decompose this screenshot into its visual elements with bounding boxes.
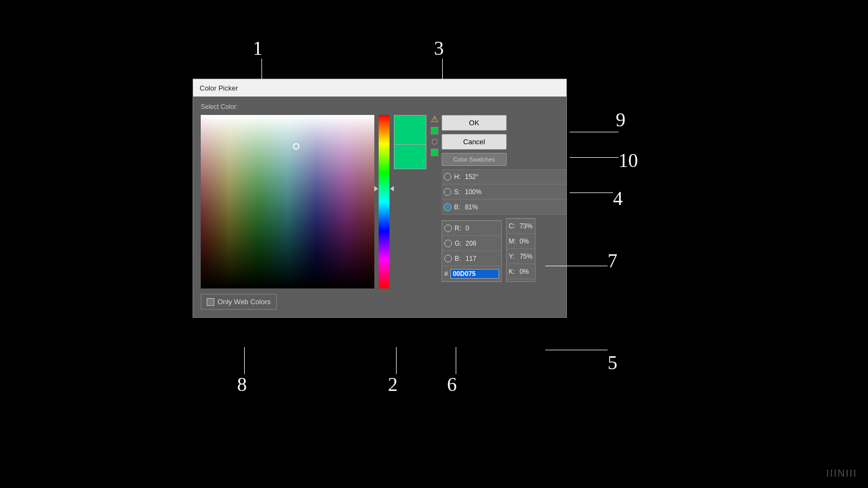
cyan-label: C: bbox=[509, 222, 520, 230]
green-radio[interactable] bbox=[444, 240, 452, 247]
cancel-button[interactable]: Cancel bbox=[442, 134, 507, 150]
hex-label: # bbox=[444, 270, 448, 278]
annotation-10: 10 bbox=[618, 149, 638, 172]
annotation-5: 5 bbox=[608, 351, 617, 374]
green-value: 208 bbox=[465, 240, 499, 247]
hsb-fields: H: 152° S: 100% B: 81% bbox=[442, 169, 566, 215]
cmyk-fields: C: 73% M: 0% Y: 75% K: 0 bbox=[506, 218, 535, 282]
black-label: K: bbox=[509, 268, 520, 275]
blue-value: 117 bbox=[465, 255, 499, 262]
annotation-9: 9 bbox=[616, 108, 626, 131]
web-safe-color-swatch[interactable] bbox=[431, 127, 438, 134]
saturation-radio[interactable] bbox=[444, 188, 451, 196]
saturation-label: S: bbox=[454, 188, 465, 196]
dialog-title: Color Picker bbox=[200, 84, 238, 92]
color-swatches-button[interactable]: Color Swatches bbox=[442, 153, 507, 166]
cube-icon: ⬡ bbox=[431, 137, 438, 146]
annotation-6: 6 bbox=[447, 373, 457, 396]
saturation-field-row: S: 100% bbox=[442, 184, 566, 200]
blue-field-row: B: 117 bbox=[442, 251, 501, 266]
web-colors-label: Only Web Colors bbox=[218, 298, 271, 306]
dialog-titlebar: Color Picker bbox=[193, 79, 566, 97]
hue-value: 152° bbox=[465, 173, 564, 181]
red-value: 0 bbox=[465, 224, 499, 232]
blue-radio[interactable] bbox=[444, 255, 452, 262]
color-gradient-picker[interactable] bbox=[201, 115, 374, 288]
color-preview-section: ⚠ ⬡ bbox=[394, 115, 426, 169]
rgb-fields: R: 0 G: 208 B: 117 bbox=[442, 220, 502, 282]
hue-slider[interactable] bbox=[379, 115, 390, 288]
green-label: G: bbox=[455, 240, 465, 247]
red-label: R: bbox=[455, 224, 465, 232]
magenta-value: 0% bbox=[520, 237, 533, 245]
hue-field-row: H: 152° bbox=[442, 169, 566, 184]
gradient-canvas[interactable] bbox=[201, 115, 374, 288]
saturation-value: 100% bbox=[465, 188, 564, 196]
annotation-2: 2 bbox=[388, 373, 398, 396]
hue-label: H: bbox=[454, 173, 465, 181]
black-field-row: K: 0% bbox=[507, 264, 535, 279]
hue-radio[interactable] bbox=[444, 173, 451, 181]
brightness-field-row: B: 81% bbox=[442, 200, 566, 215]
cyan-field-row: C: 73% bbox=[507, 219, 535, 234]
annotation-3: 3 bbox=[434, 37, 444, 60]
brightness-value: 81% bbox=[465, 203, 564, 211]
main-content-row: ⚠ ⬡ OK Cancel Color Swatches bbox=[201, 115, 559, 288]
hex-input[interactable] bbox=[450, 269, 499, 279]
gradient-black-layer bbox=[201, 115, 374, 288]
brightness-radio[interactable] bbox=[444, 203, 451, 211]
annotation-1: 1 bbox=[253, 37, 263, 60]
only-web-colors-checkbox[interactable]: Only Web Colors bbox=[201, 294, 277, 310]
yellow-label: Y: bbox=[509, 253, 520, 260]
yellow-field-row: Y: 75% bbox=[507, 249, 535, 264]
color-picker-dialog: Color Picker Select Color: bbox=[193, 79, 567, 318]
red-field-row: R: 0 bbox=[442, 221, 501, 236]
magenta-field-row: M: 0% bbox=[507, 234, 535, 249]
previous-color-preview bbox=[394, 145, 426, 169]
right-panel: OK Cancel Color Swatches H: 152° S: 100% bbox=[442, 115, 566, 282]
bottom-area: Only Web Colors bbox=[201, 294, 559, 310]
hue-slider-container bbox=[379, 115, 390, 288]
black-value: 0% bbox=[520, 268, 533, 275]
green-field-row: G: 208 bbox=[442, 236, 501, 251]
annotation-7: 7 bbox=[608, 249, 617, 272]
rgb-cmyk-row: R: 0 G: 208 B: 117 bbox=[442, 218, 566, 282]
slider-arrow-left-icon bbox=[374, 186, 378, 191]
cyan-value: 73% bbox=[520, 222, 533, 230]
dialog-body: Select Color: bbox=[193, 97, 566, 317]
web-colors-checkbox-box[interactable] bbox=[207, 298, 214, 306]
action-buttons: OK Cancel Color Swatches bbox=[442, 115, 507, 166]
select-color-label: Select Color: bbox=[201, 103, 559, 111]
nearest-web-color-swatch[interactable] bbox=[431, 149, 438, 156]
hex-field-row: # bbox=[442, 266, 501, 281]
logo: IIINIII bbox=[826, 468, 857, 479]
gamut-warning-icon: ⚠ bbox=[431, 114, 438, 124]
annotation-8: 8 bbox=[237, 373, 247, 396]
current-color-preview bbox=[394, 115, 426, 145]
ok-button[interactable]: OK bbox=[442, 115, 507, 131]
red-radio[interactable] bbox=[444, 224, 452, 232]
annotation-4: 4 bbox=[613, 187, 623, 210]
slider-arrow-right-icon bbox=[390, 186, 394, 191]
yellow-value: 75% bbox=[520, 253, 533, 260]
magenta-label: M: bbox=[509, 237, 520, 245]
blue-label: B: bbox=[455, 255, 465, 262]
brightness-label: B: bbox=[454, 203, 465, 211]
